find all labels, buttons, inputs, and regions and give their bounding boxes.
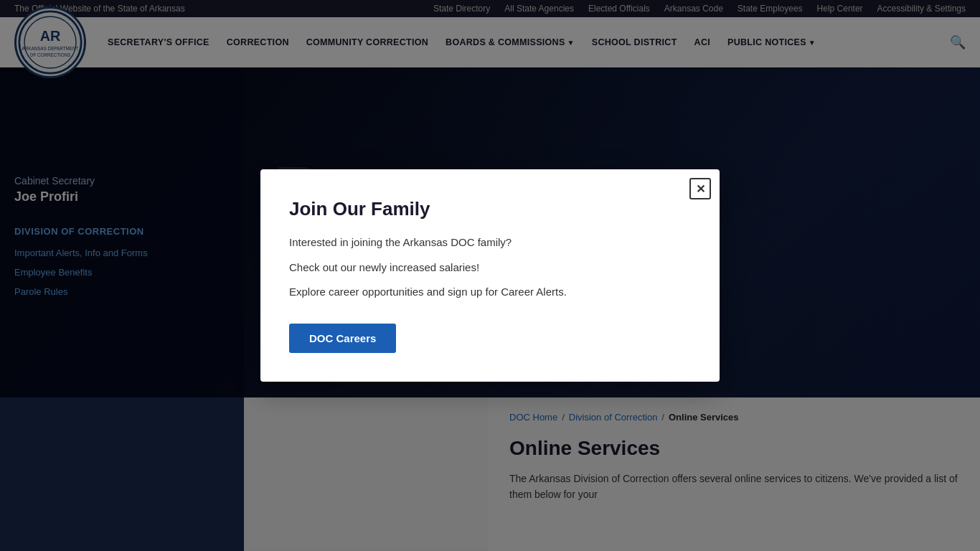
doc-careers-button[interactable]: DOC Careers bbox=[289, 324, 396, 353]
modal-close-button[interactable]: ✕ bbox=[689, 178, 711, 199]
modal-text-2: Check out our newly increased salaries! bbox=[289, 260, 691, 276]
modal-text-1: Interested in joining the Arkansas DOC f… bbox=[289, 235, 691, 251]
modal-dialog: ✕ Join Our Family Interested in joining … bbox=[260, 169, 720, 382]
modal-overlay[interactable]: ✕ Join Our Family Interested in joining … bbox=[0, 0, 980, 551]
modal-title: Join Our Family bbox=[289, 198, 691, 220]
modal-text-3: Explore career opportunities and sign up… bbox=[289, 284, 691, 301]
